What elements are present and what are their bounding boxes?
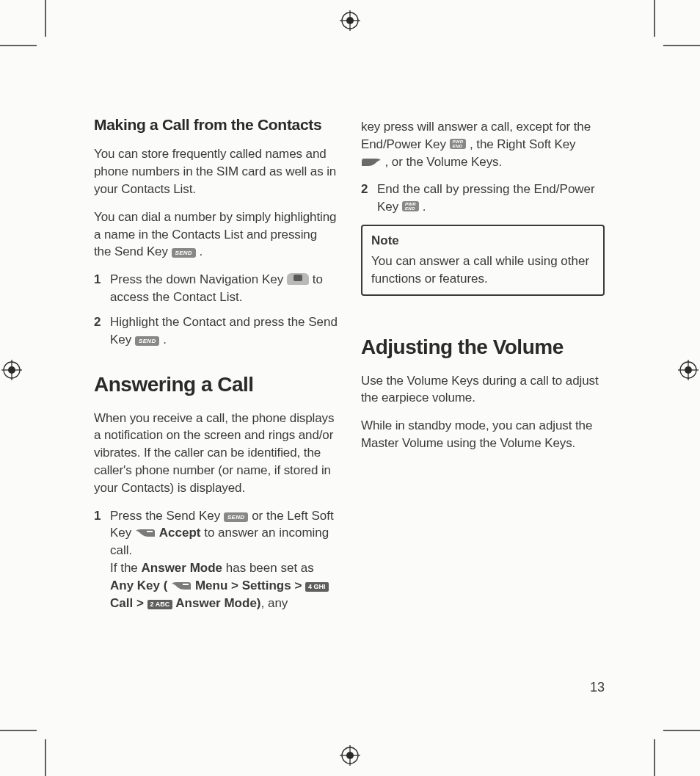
left-column: Making a Call from the Contacts You can … xyxy=(94,114,338,619)
number-4-key-icon: 4 GHI xyxy=(305,582,329,592)
step-text: End the call by pressing the End/Power K… xyxy=(377,181,605,216)
end-power-key-icon: PWREND xyxy=(450,139,467,149)
left-soft-key-icon xyxy=(171,581,192,590)
subheading-making-call: Making a Call from the Contacts xyxy=(94,114,338,135)
end-power-key-icon: PWREND xyxy=(402,201,419,211)
body-text: Use the Volume Keys during a call to adj… xyxy=(361,372,605,407)
heading-adjusting-volume: Adjusting the Volume xyxy=(361,333,605,361)
step-number: 1 xyxy=(94,271,110,306)
step-text: Press the Send Key SEND or the Left Soft… xyxy=(110,507,338,612)
registration-mark-icon xyxy=(1,360,22,380)
note-title: Note xyxy=(371,232,594,250)
body-text: While in standby mode, you can adjust th… xyxy=(361,417,605,452)
step-2: 2 End the call by pressing the End/Power… xyxy=(361,181,605,216)
step-number: 2 xyxy=(361,181,377,216)
svg-rect-24 xyxy=(147,531,153,532)
note-box: Note You can answer a call while using o… xyxy=(361,225,605,296)
body-text: You can dial a number by simply highligh… xyxy=(94,208,338,261)
step-text: Press the down Navigation Key to access … xyxy=(110,271,338,306)
registration-mark-icon xyxy=(340,745,360,766)
navigation-key-icon xyxy=(287,273,309,285)
right-soft-key-icon xyxy=(361,158,382,167)
body-text: When you receive a call, the phone displ… xyxy=(94,410,338,497)
left-soft-key-icon xyxy=(135,529,156,537)
send-key-icon: SEND xyxy=(224,512,248,522)
svg-rect-25 xyxy=(183,584,189,585)
right-column: key press will answer a call, except for… xyxy=(361,114,605,619)
send-key-icon: SEND xyxy=(172,248,196,258)
step-number: 2 xyxy=(94,313,110,349)
step-1: 1 Press the Send Key SEND or the Left So… xyxy=(94,507,338,612)
body-text: key press will answer a call, except for… xyxy=(361,118,605,170)
step-2: 2 Highlight the Contact and press the Se… xyxy=(94,313,338,349)
step-text: Highlight the Contact and press the Send… xyxy=(110,313,338,349)
step-1: 1 Press the down Navigation Key to acces… xyxy=(94,271,338,306)
step-number: 1 xyxy=(94,507,110,612)
note-body: You can answer a call while using other … xyxy=(371,253,594,288)
send-key-icon: SEND xyxy=(135,336,159,346)
heading-answering-call: Answering a Call xyxy=(94,370,338,399)
registration-mark-icon xyxy=(340,10,360,31)
registration-mark-icon xyxy=(678,360,699,380)
number-2-key-icon: 2 ABC xyxy=(147,600,173,609)
body-text: You can store frequently called names an… xyxy=(94,145,338,197)
page-number: 13 xyxy=(590,680,605,695)
